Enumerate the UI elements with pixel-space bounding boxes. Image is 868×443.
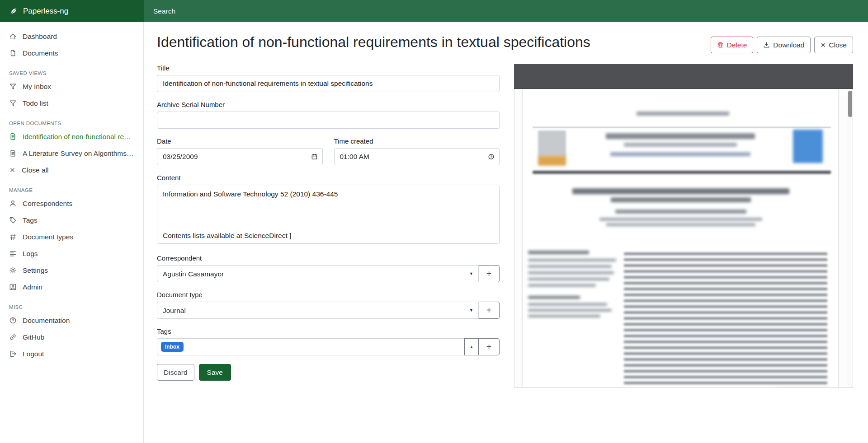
sidebar-item-label: Identification of non-functional require… <box>23 133 134 141</box>
time-created-label: Time created <box>334 137 500 145</box>
sidebar-item-label: Document types <box>23 233 73 241</box>
sidebar-item-logout[interactable]: Logout <box>0 345 143 362</box>
sidebar-item-settings[interactable]: Settings <box>0 262 143 279</box>
document-type-label: Document type <box>157 291 500 298</box>
sidebar-item-correspondents[interactable]: Correspondents <box>0 195 143 212</box>
sidebar-item-label: Settings <box>23 266 48 275</box>
sidebar-item-label: Todo list <box>23 99 48 107</box>
add-document-type-button[interactable]: + <box>478 302 500 319</box>
sidebar-item-close-all[interactable]: Close all <box>0 162 143 178</box>
plus-icon: + <box>486 269 492 279</box>
asn-input[interactable] <box>157 112 500 129</box>
sidebar-item-label: GitHub <box>23 333 44 341</box>
search-input[interactable] <box>144 0 868 22</box>
sidebar-item-github[interactable]: GitHub <box>0 329 143 345</box>
blurred-cover-thumbnail <box>793 130 823 163</box>
plus-icon: + <box>486 342 492 352</box>
trash-icon <box>717 42 724 48</box>
blurred-sidebar-heading-1 <box>528 251 589 254</box>
sidebar-heading-saved-views: SAVED VIEWS <box>0 61 143 78</box>
logout-icon <box>9 350 17 358</box>
tag-badge-inbox[interactable]: Inbox <box>161 342 184 352</box>
correspondent-label: Correspondent <box>157 254 500 262</box>
blurred-sidebar-line <box>528 284 596 287</box>
blurred-journal-homepage-line <box>610 152 750 156</box>
sidebar-item-label: Close all <box>22 166 48 174</box>
caret-up-icon: ▲ <box>470 345 474 349</box>
blurred-affiliation-line-2 <box>606 223 755 226</box>
pdf-toolbar <box>514 64 853 89</box>
blurred-authors-line <box>615 210 746 214</box>
sidebar-item-label: My Inbox <box>23 83 51 91</box>
blurred-rule-top <box>533 127 831 128</box>
delete-button[interactable]: Delete <box>711 37 754 53</box>
document-type-select[interactable]: Journal <box>157 302 479 319</box>
dashboard-icon <box>9 33 17 40</box>
title-input[interactable] <box>157 75 500 92</box>
download-button-label: Download <box>773 41 804 49</box>
sidebar-item-open-document-2[interactable]: A Literature Survey on Algorithms for Mu… <box>0 145 143 162</box>
correspondent-select[interactable]: Agustin Casamayor <box>157 265 479 282</box>
header-actions: Delete Download × Close <box>711 37 854 53</box>
sidebar-item-open-document-1[interactable]: Identification of non-functional require… <box>0 128 143 145</box>
sidebar-item-dashboard[interactable]: Dashboard <box>0 28 143 45</box>
preview-scrollbar[interactable] <box>847 89 853 387</box>
add-tag-button[interactable]: + <box>478 338 500 355</box>
blurred-publisher-logo-accent <box>538 156 566 166</box>
download-icon <box>763 42 770 48</box>
blurred-rule-bottom <box>533 171 831 174</box>
time-created-input[interactable] <box>334 148 500 165</box>
blurred-sidebar-line <box>528 265 612 268</box>
filter-icon <box>9 99 17 107</box>
sidebar-item-documentation[interactable]: Documentation <box>0 312 143 329</box>
sidebar-item-label: Documents <box>23 49 58 57</box>
content-label: Content <box>157 174 500 182</box>
sidebar-item-label: Logs <box>23 250 38 258</box>
content-textarea[interactable]: Information and Software Technology 52 (… <box>157 185 500 244</box>
close-button[interactable]: × Close <box>814 37 853 53</box>
blurred-abstract-block <box>624 252 827 384</box>
sidebar-item-label: Logout <box>23 350 44 358</box>
document-types-icon <box>9 233 17 241</box>
sidebar: Dashboard Documents SAVED VIEWS My Inbox… <box>0 22 144 443</box>
filter-icon <box>9 83 17 90</box>
title-label: Title <box>157 64 500 72</box>
topbar: Paperless-ng <box>0 0 868 22</box>
sidebar-item-label: Correspondents <box>23 200 72 208</box>
page-title: Identification of non-functional require… <box>157 33 590 52</box>
help-circle-icon <box>9 317 17 324</box>
blurred-sidebar-line <box>528 259 616 261</box>
blurred-sidebar-line <box>528 278 609 280</box>
app-brand[interactable]: Paperless-ng <box>0 0 144 22</box>
preview-scrollbar-thumb[interactable] <box>848 91 852 117</box>
sidebar-item-admin[interactable]: Admin <box>0 279 143 295</box>
document-icon <box>9 149 17 157</box>
document-icon <box>9 133 17 140</box>
add-correspondent-button[interactable]: + <box>478 265 500 282</box>
asn-label: Archive Serial Number <box>157 101 500 108</box>
date-input[interactable] <box>157 148 323 165</box>
sidebar-item-todo-list[interactable]: Todo list <box>0 95 143 112</box>
sidebar-heading-open-documents: OPEN DOCUMENTS <box>0 112 143 128</box>
sidebar-item-label: Documentation <box>23 317 70 325</box>
sidebar-item-document-types[interactable]: Document types <box>0 228 143 245</box>
close-icon: × <box>821 41 826 49</box>
delete-button-label: Delete <box>727 41 747 49</box>
download-button[interactable]: Download <box>757 37 811 53</box>
save-button[interactable]: Save <box>199 364 231 381</box>
documents-icon <box>9 49 17 57</box>
blurred-journal-subtitle-line <box>624 143 737 147</box>
sidebar-item-logs[interactable]: Logs <box>0 245 143 262</box>
date-label: Date <box>157 137 323 145</box>
tags-dropdown-toggle[interactable]: ▲ <box>464 338 479 355</box>
discard-button[interactable]: Discard <box>157 364 194 381</box>
blurred-sidebar-line <box>528 309 612 312</box>
tags-input[interactable]: Inbox <box>157 338 465 355</box>
sidebar-item-my-inbox[interactable]: My Inbox <box>0 78 143 95</box>
sidebar-item-documents[interactable]: Documents <box>0 45 143 61</box>
sidebar-item-label: A Literature Survey on Algorithms for Mu… <box>23 149 134 158</box>
blurred-journal-title-line <box>606 133 755 139</box>
blurred-article-title-line-1 <box>572 188 789 194</box>
page-header: Identification of non-functional require… <box>157 33 853 53</box>
sidebar-item-tags[interactable]: Tags <box>0 212 143 228</box>
